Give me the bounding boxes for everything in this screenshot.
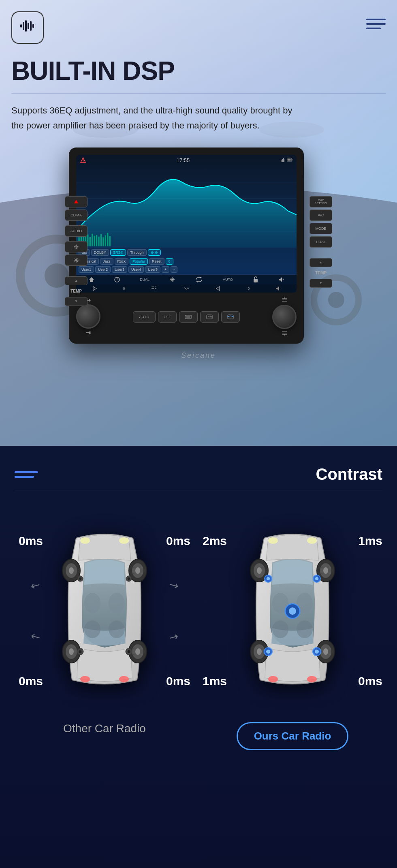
svg-point-143	[289, 607, 296, 615]
side-btn-dual[interactable]: DUAL	[309, 236, 332, 248]
nav-back-icon[interactable]	[92, 286, 97, 291]
ctrl-rock[interactable]: Rock	[115, 258, 129, 265]
svg-point-125	[323, 648, 328, 655]
contrast-header: Contrast	[15, 465, 382, 483]
side-btn-triangle[interactable]	[65, 196, 88, 207]
svg-marker-55	[196, 281, 198, 282]
ctrl-user5[interactable]: User5	[145, 266, 160, 273]
svg-point-137	[315, 577, 318, 580]
ctrl-through[interactable]: Through	[127, 249, 147, 256]
right-knob[interactable]	[272, 305, 297, 329]
left-car-label: Other Car Radio	[63, 722, 146, 735]
ours-car-radio-button[interactable]: Ours Car Radio	[237, 722, 349, 750]
hamburger-menu-button[interactable]	[366, 11, 386, 29]
svg-rect-43	[102, 237, 104, 246]
title-divider	[11, 93, 386, 94]
svg-point-110	[79, 650, 82, 653]
side-btn-temp-up-right[interactable]: ▲	[309, 258, 332, 267]
logo-box[interactable]	[11, 11, 44, 44]
nav-home-icon[interactable]	[88, 276, 95, 283]
side-btn-temp-down-right[interactable]: ▼	[309, 279, 332, 288]
btn-defrost-rear[interactable]	[179, 311, 198, 323]
screen-controls-row3: User1 User2 User3 User4 User5 + -	[76, 265, 297, 274]
ctrl-srs[interactable]: SRS®	[110, 249, 126, 256]
side-btn-temp-down[interactable]: ▼	[65, 297, 88, 306]
svg-point-90	[135, 567, 140, 574]
svg-point-141	[315, 650, 319, 654]
ctrl-user2[interactable]: User2	[95, 266, 111, 273]
side-btn-temp-up[interactable]: ▲	[65, 276, 88, 285]
svg-point-100	[109, 620, 125, 638]
svg-rect-10	[28, 23, 29, 29]
ctrl-user4[interactable]: User4	[128, 266, 144, 273]
left-car-view: 0ms 0ms 0ms 0ms ↙ ↘ ↖ ↗	[15, 510, 194, 712]
btn-ac-switch[interactable]	[221, 311, 240, 323]
car-radio-wrapper: CLIMA AUDIO ▲ TEMP ▼	[11, 148, 386, 368]
ctrl-minus[interactable]: -	[171, 266, 177, 273]
top-section: BUILT-IN DSP Supports 36EQ adjustment, a…	[0, 0, 397, 446]
nav-vol2-icon[interactable]	[275, 286, 281, 291]
ctrl-zero[interactable]: 0	[166, 258, 173, 265]
side-btn-map[interactable]: MAPSETTING	[309, 196, 332, 207]
nav-power-icon[interactable]	[114, 276, 120, 283]
nav-volume-icon[interactable]	[278, 276, 284, 283]
nav-snowflake-icon[interactable]	[169, 276, 175, 283]
ctrl-popular[interactable]: Popular	[130, 258, 148, 265]
arrow-br: ↗	[166, 629, 181, 645]
screen-controls-row1: vits DOLBY SRS® Through ⊕ ⊕	[76, 248, 297, 257]
nav-wave2-icon[interactable]	[183, 286, 190, 291]
svg-rect-12	[32, 24, 34, 28]
btn-recirculate[interactable]	[200, 311, 219, 323]
svg-rect-38	[92, 234, 93, 246]
svg-rect-22	[282, 159, 283, 162]
left-knob[interactable]	[76, 304, 100, 329]
contrast-title: Contrast	[316, 465, 382, 483]
ctrl-reset[interactable]: Reset	[149, 258, 164, 265]
right-ms-bot-left: 1ms	[203, 674, 227, 688]
right-ms-top-left: 2ms	[203, 534, 227, 548]
vol-plus-label	[86, 330, 91, 336]
dual-label: DUAL	[140, 278, 149, 282]
left-ms-top-left: 0ms	[19, 534, 43, 548]
nav-lines-icon[interactable]	[151, 286, 157, 291]
svg-point-139	[266, 650, 270, 654]
nav-cycle-icon[interactable]	[194, 276, 203, 283]
car-radio-screen: 17:55	[76, 155, 297, 293]
svg-point-112	[128, 650, 130, 653]
side-btn-snowflake[interactable]	[65, 254, 88, 266]
left-car-item: 0ms 0ms 0ms 0ms ↙ ↘ ↖ ↗	[15, 510, 194, 750]
svg-marker-66	[276, 286, 279, 291]
comparison-grid: 0ms 0ms 0ms 0ms ↙ ↘ ↖ ↗	[15, 510, 382, 750]
ctrl-add[interactable]: +	[162, 266, 169, 273]
ctrl-user3[interactable]: User3	[112, 266, 127, 273]
side-btn-ac[interactable]: A/C	[309, 210, 332, 221]
side-btn-mode[interactable]: MODE	[309, 223, 332, 234]
svg-point-132	[268, 676, 278, 682]
svg-marker-13	[74, 200, 78, 203]
right-knob-top-icon	[281, 297, 288, 303]
side-btn-fan[interactable]	[65, 241, 88, 252]
ctrl-jazz[interactable]: Jazz	[100, 258, 113, 265]
svg-point-135	[267, 577, 270, 580]
svg-rect-37	[90, 237, 91, 246]
ctrl-audio-dots[interactable]: ⊕ ⊕	[148, 249, 161, 256]
temp-label-right: TEMP	[309, 269, 332, 277]
btn-off[interactable]: OFF	[158, 311, 177, 323]
right-car-item: 2ms 1ms 1ms 0ms	[203, 510, 382, 750]
side-btn-clima[interactable]: CLIMA	[65, 210, 88, 221]
nav-unlock-icon[interactable]	[252, 276, 259, 283]
btn-auto[interactable]: AUTO	[133, 311, 156, 323]
ctrl-dolby[interactable]: DOLBY	[91, 249, 109, 256]
arrow-bl: ↖	[28, 629, 43, 645]
svg-point-103	[80, 676, 90, 682]
svg-point-108	[128, 577, 130, 580]
side-btn-audio[interactable]: AUDIO	[65, 225, 88, 237]
svg-rect-39	[94, 236, 95, 246]
screen-controls-row2: Classical Jazz Rock Popular Reset 0	[76, 257, 297, 265]
nav-forward-icon[interactable]	[216, 286, 222, 291]
svg-rect-24	[284, 159, 285, 162]
svg-rect-44	[105, 235, 106, 246]
svg-point-130	[268, 537, 278, 544]
screen-second-bottom: 0 0	[76, 284, 297, 293]
svg-point-101	[80, 537, 90, 544]
